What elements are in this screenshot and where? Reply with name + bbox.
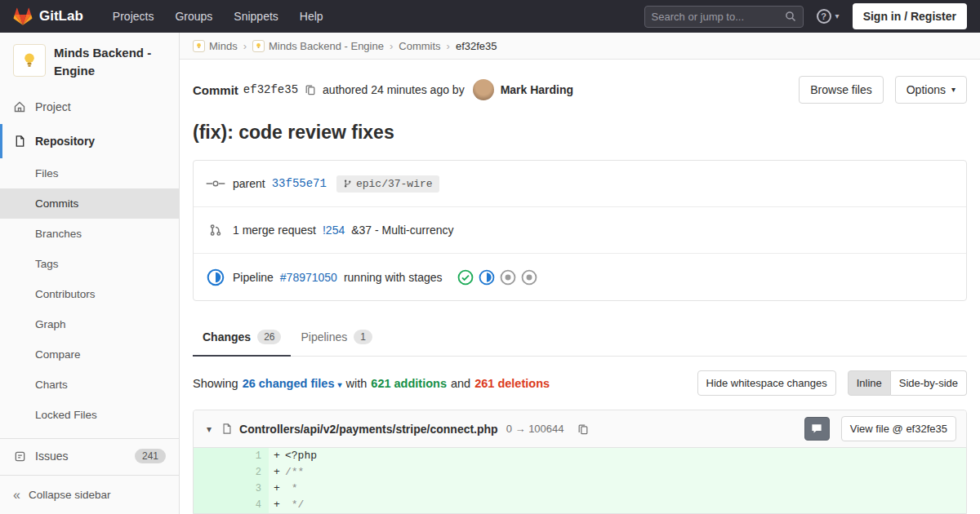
copy-file-path-button[interactable] bbox=[576, 422, 590, 436]
branch-icon bbox=[343, 179, 352, 188]
new-line-number[interactable]: 1 bbox=[231, 448, 269, 464]
browse-files-button[interactable]: Browse files bbox=[799, 76, 883, 104]
diff-code: +/** bbox=[269, 464, 966, 481]
help-dropdown[interactable]: ? ▾ bbox=[817, 9, 840, 24]
branch-ref-link[interactable]: epic/37-wire bbox=[336, 175, 439, 193]
file-path-link[interactable]: Controllers/api/v2/payments/stripe/conne… bbox=[239, 423, 498, 436]
search-box[interactable] bbox=[644, 6, 804, 28]
tab-changes-badge: 26 bbox=[257, 330, 281, 344]
nav-item-help[interactable]: Help bbox=[292, 5, 332, 28]
author-avatar[interactable] bbox=[473, 79, 494, 100]
old-line-number[interactable] bbox=[194, 448, 231, 464]
project-avatar bbox=[13, 44, 46, 77]
options-button[interactable]: Options ▾ bbox=[895, 76, 967, 104]
collapse-sidebar-label: Collapse sidebar bbox=[29, 489, 111, 501]
sidebar-nav: Project Repository Files Commits Branche… bbox=[0, 90, 179, 476]
breadcrumb-commits-link[interactable]: Commits bbox=[399, 40, 440, 52]
inline-view-button[interactable]: Inline bbox=[848, 370, 891, 396]
pipeline-link[interactable]: #78971050 bbox=[280, 271, 337, 284]
additions-count: 621 additions bbox=[371, 377, 447, 390]
new-line-number[interactable]: 3 bbox=[231, 481, 269, 497]
sidebar-subitem-charts[interactable]: Charts bbox=[0, 370, 179, 400]
new-line-number[interactable]: 4 bbox=[231, 497, 269, 513]
showing-label: Showing bbox=[193, 377, 238, 390]
sidebar-subitem-compare[interactable]: Compare bbox=[0, 339, 179, 370]
new-line-number[interactable]: 2 bbox=[231, 464, 269, 481]
nav-item-projects[interactable]: Projects bbox=[105, 5, 163, 28]
group-avatar bbox=[193, 40, 205, 52]
sign-in-button[interactable]: Sign in / Register bbox=[853, 3, 967, 29]
old-line-number[interactable] bbox=[194, 497, 231, 513]
sidebar-subitem-locked-files[interactable]: Locked Files bbox=[0, 400, 179, 430]
copy-sha-button[interactable] bbox=[303, 82, 318, 97]
main-content: Minds › Minds Backend - Engine › Commits… bbox=[180, 0, 980, 514]
issues-count-badge: 241 bbox=[135, 449, 166, 463]
sidebar-subitem-tags[interactable]: Tags bbox=[0, 249, 179, 279]
breadcrumb-group-link[interactable]: Minds bbox=[193, 40, 238, 52]
commit-icon bbox=[205, 178, 226, 189]
comment-icon bbox=[811, 423, 822, 434]
top-navbar: GitLab Projects Groups Snippets Help ? ▾… bbox=[0, 0, 980, 33]
search-input[interactable] bbox=[652, 11, 785, 23]
hide-whitespace-button[interactable]: Hide whitespace changes bbox=[697, 370, 836, 396]
authored-text: authored 24 minutes ago by bbox=[323, 83, 465, 96]
collapse-sidebar-button[interactable]: « Collapse sidebar bbox=[0, 475, 179, 514]
merge-request-link[interactable]: !254 bbox=[323, 224, 345, 237]
tab-changes[interactable]: Changes 26 bbox=[193, 319, 291, 357]
issues-icon bbox=[13, 450, 26, 463]
diff-stats: Showing 26 changed files ▾ with 621 addi… bbox=[193, 377, 550, 390]
file-icon bbox=[221, 423, 233, 435]
pipeline-running-icon[interactable] bbox=[205, 268, 226, 286]
stage-success-icon[interactable] bbox=[457, 269, 474, 286]
question-circle-icon: ? bbox=[817, 9, 831, 24]
old-line-number[interactable] bbox=[194, 464, 231, 481]
tab-pipelines-badge: 1 bbox=[354, 330, 372, 344]
author-link[interactable]: Mark Harding bbox=[501, 83, 573, 96]
diff-view-toggle: Inline Side-by-side bbox=[848, 370, 967, 396]
stage-created-icon[interactable] bbox=[500, 269, 516, 286]
diff-code: +<?php bbox=[269, 448, 966, 464]
merge-request-icon bbox=[205, 224, 226, 237]
diff-code: + * bbox=[269, 481, 966, 497]
parent-sha-link[interactable]: 33f55e71 bbox=[272, 177, 327, 190]
chevrons-left-icon: « bbox=[13, 488, 20, 503]
sidebar-subitem-branches[interactable]: Branches bbox=[0, 219, 179, 249]
commit-meta-row: Commit ef32fe35 authored 24 minutes ago … bbox=[193, 60, 967, 104]
view-file-button[interactable]: View file @ ef32fe35 bbox=[841, 416, 956, 441]
sidebar: Minds Backend - Engine Project Repositor… bbox=[0, 33, 180, 514]
merge-request-row: 1 merge request !254 &37 - Multi-currenc… bbox=[194, 207, 966, 254]
gitlab-logo-link[interactable]: GitLab bbox=[13, 7, 83, 26]
tab-pipelines[interactable]: Pipelines 1 bbox=[291, 319, 382, 357]
file-diff-header: ▾ Controllers/api/v2/payments/stripe/con… bbox=[194, 410, 966, 448]
sidebar-item-issues[interactable]: Issues 241 bbox=[0, 438, 179, 474]
collapse-diff-caret[interactable]: ▾ bbox=[203, 423, 215, 435]
toggle-file-comments-button[interactable] bbox=[804, 417, 830, 441]
stage-created-icon[interactable] bbox=[521, 269, 537, 286]
with-label: with bbox=[346, 377, 368, 390]
stage-running-icon[interactable] bbox=[479, 269, 495, 286]
breadcrumb-project-link[interactable]: Minds Backend - Engine bbox=[252, 40, 384, 52]
sidebar-item-repository[interactable]: Repository bbox=[0, 124, 179, 158]
options-label: Options bbox=[906, 83, 946, 96]
sidebar-subitem-graph[interactable]: Graph bbox=[0, 309, 179, 339]
repository-icon bbox=[13, 135, 26, 148]
file-mode-change: 0 → 100644 bbox=[506, 423, 564, 435]
changed-files-dropdown[interactable]: 26 changed files ▾ bbox=[243, 377, 342, 390]
navbar-right: ? ▾ Sign in / Register bbox=[644, 3, 967, 29]
sidebar-item-project[interactable]: Project bbox=[0, 90, 179, 124]
sidebar-subitem-commits[interactable]: Commits bbox=[0, 188, 179, 219]
sidebar-subitem-contributors[interactable]: Contributors bbox=[0, 279, 179, 309]
sidebar-subitem-files[interactable]: Files bbox=[0, 158, 179, 188]
nav-menu: Projects Groups Snippets Help bbox=[105, 5, 332, 28]
tab-label: Changes bbox=[203, 330, 251, 343]
breadcrumb-label: Minds bbox=[209, 40, 238, 52]
sidebar-project-name: Minds Backend - Engine bbox=[54, 44, 166, 80]
nav-item-groups[interactable]: Groups bbox=[167, 5, 220, 28]
copy-icon bbox=[305, 84, 316, 95]
side-by-side-view-button[interactable]: Side-by-side bbox=[891, 370, 967, 396]
sidebar-project-link[interactable]: Minds Backend - Engine bbox=[0, 33, 179, 90]
breadcrumb: Minds › Minds Backend - Engine › Commits… bbox=[180, 33, 980, 60]
nav-item-snippets[interactable]: Snippets bbox=[225, 5, 286, 28]
diff-line: 1 +<?php bbox=[194, 448, 966, 464]
old-line-number[interactable] bbox=[194, 481, 231, 497]
